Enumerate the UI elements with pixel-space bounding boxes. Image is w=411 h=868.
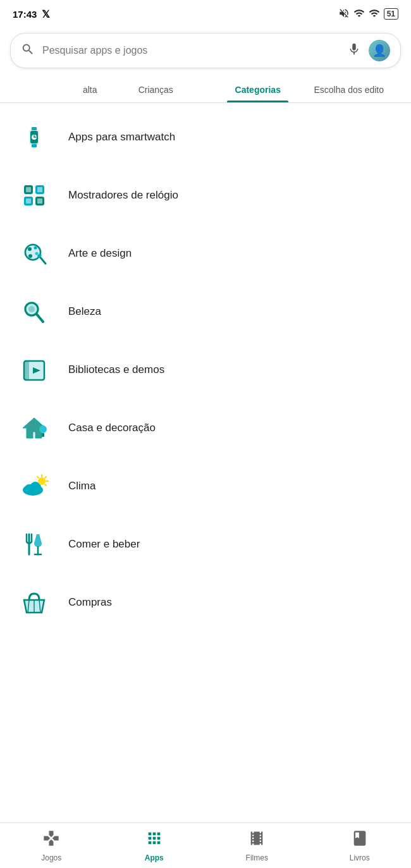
- svg-rect-34: [42, 433, 44, 437]
- svg-point-33: [39, 425, 47, 433]
- category-item-clima[interactable]: Clima: [0, 457, 411, 515]
- tabs-container: alta Crianças Categorias Escolha dos edi…: [0, 76, 411, 103]
- svg-point-15: [24, 243, 42, 261]
- tab-criancas[interactable]: Crianças: [105, 76, 207, 102]
- category-label-arte: Arte e design: [68, 247, 132, 260]
- filmes-icon: [248, 829, 266, 851]
- svg-line-40: [45, 477, 46, 478]
- category-label-casa: Casa e decoração: [68, 422, 156, 434]
- search-bar[interactable]: Pesquisar apps e jogos 👤: [10, 33, 401, 68]
- svg-point-19: [35, 252, 39, 255]
- svg-point-38: [38, 477, 46, 485]
- nav-item-jogos[interactable]: Jogos: [0, 824, 103, 867]
- bibliotecas-icon: [18, 353, 51, 386]
- category-item-bibliotecas[interactable]: Bibliotecas e demos: [0, 341, 411, 399]
- svg-rect-4: [32, 144, 37, 147]
- casa-icon: [18, 412, 51, 444]
- category-label-bibliotecas: Bibliotecas e demos: [68, 364, 164, 376]
- category-item-arte[interactable]: Arte e design: [0, 224, 411, 283]
- twitter-icon: 𝕏: [42, 8, 50, 20]
- category-item-comer[interactable]: Comer e beber: [0, 515, 411, 573]
- nav-item-livros[interactable]: Livros: [309, 824, 412, 867]
- category-label-mostradores: Mostradores de relógio: [68, 189, 178, 202]
- beleza-icon: [18, 295, 51, 328]
- tab-categorias[interactable]: Categorias: [207, 76, 309, 102]
- bottom-nav: Jogos Apps Filmes Livros: [0, 822, 411, 868]
- category-item-beleza[interactable]: Beleza: [0, 283, 411, 341]
- svg-rect-12: [37, 187, 42, 192]
- category-list: Apps para smartwatch Mostradores de reló…: [0, 103, 411, 637]
- search-icon: [21, 42, 35, 59]
- svg-point-26: [28, 306, 35, 312]
- comer-icon: [18, 528, 51, 561]
- svg-line-42: [45, 484, 46, 486]
- svg-rect-13: [26, 199, 31, 204]
- status-right: 51: [338, 8, 398, 21]
- arte-icon: [18, 237, 51, 270]
- status-bar: 17:43 𝕏 51: [0, 0, 411, 28]
- watchface-icon: [18, 179, 51, 212]
- battery-icon: 51: [384, 8, 398, 20]
- svg-point-17: [28, 247, 32, 251]
- gamepad-icon: [42, 829, 60, 851]
- apps-icon: [145, 829, 163, 851]
- search-placeholder[interactable]: Pesquisar apps e jogos: [42, 45, 340, 56]
- svg-line-25: [37, 314, 43, 322]
- livros-icon: [351, 829, 369, 851]
- wifi-icon: [369, 8, 380, 21]
- smartwatch-icon: [18, 121, 51, 154]
- category-item-mostradores[interactable]: Mostradores de relógio: [0, 166, 411, 224]
- status-left: 17:43 𝕏: [13, 8, 50, 20]
- svg-point-20: [28, 254, 32, 258]
- nav-label-filmes: Filmes: [246, 853, 268, 862]
- nav-item-apps[interactable]: Apps: [103, 824, 206, 867]
- category-label-comer: Comer e beber: [68, 538, 140, 551]
- signal-icon: [353, 8, 365, 21]
- mute-icon: [338, 8, 350, 21]
- mic-icon[interactable]: [347, 42, 361, 59]
- compras-icon: [18, 586, 51, 619]
- category-label-compras: Compras: [68, 596, 112, 609]
- svg-line-21: [39, 256, 46, 264]
- svg-rect-3: [32, 127, 37, 130]
- category-label-smartwatch: Apps para smartwatch: [68, 131, 175, 144]
- avatar[interactable]: 👤: [369, 40, 390, 61]
- svg-point-18: [34, 247, 37, 250]
- clima-icon: [18, 470, 51, 503]
- nav-label-livros: Livros: [350, 853, 370, 862]
- svg-rect-11: [26, 187, 31, 192]
- nav-label-apps: Apps: [145, 853, 164, 862]
- svg-line-43: [37, 477, 39, 478]
- svg-rect-14: [37, 199, 42, 204]
- category-label-clima: Clima: [68, 480, 95, 492]
- time-display: 17:43: [13, 9, 37, 20]
- category-label-beleza: Beleza: [68, 305, 101, 318]
- category-item-compras[interactable]: Compras: [0, 573, 411, 632]
- category-item-casa[interactable]: Casa e decoração: [0, 399, 411, 457]
- tab-alta[interactable]: alta: [0, 76, 105, 102]
- search-bar-container: Pesquisar apps e jogos 👤: [0, 28, 411, 76]
- tab-escolha[interactable]: Escolha dos edito: [309, 76, 412, 102]
- category-item-smartwatch[interactable]: Apps para smartwatch: [0, 108, 411, 166]
- svg-rect-29: [24, 361, 29, 380]
- nav-item-filmes[interactable]: Filmes: [206, 824, 309, 867]
- nav-label-jogos: Jogos: [41, 853, 61, 862]
